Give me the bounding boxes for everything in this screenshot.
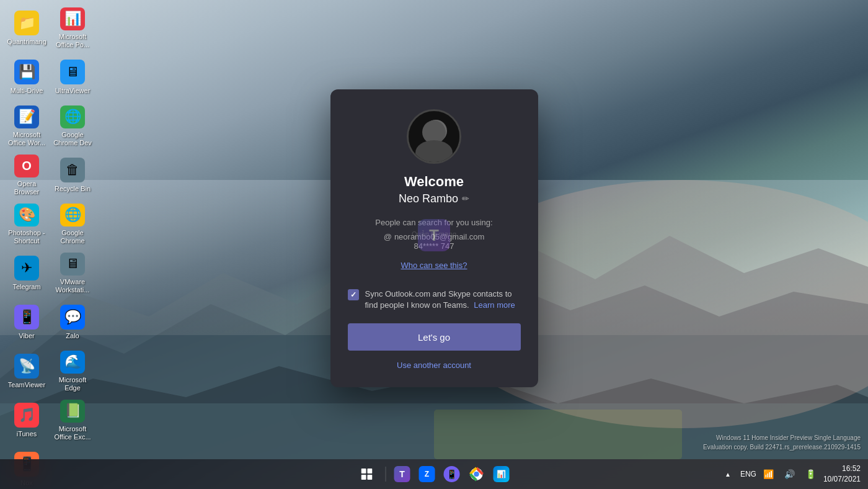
edit-name-icon[interactable]: ✏ xyxy=(462,194,469,204)
clock[interactable]: 16:52 10/07/2021 xyxy=(823,464,861,485)
taskbar-center: T Z 📱 xyxy=(356,463,513,485)
user-name-row: Neo Rambo ✏ xyxy=(399,192,469,205)
taskbar-zalo-icon[interactable]: Z xyxy=(416,463,438,485)
teams-icon-badge: T xyxy=(394,466,410,482)
wifi-icon[interactable]: 📶 xyxy=(760,465,777,483)
volume-icon[interactable]: 🔊 xyxy=(781,465,799,483)
tray-arrow-icon: ▲ xyxy=(725,471,731,478)
email-value: neorambo05@gmail.com xyxy=(394,232,484,241)
avatar xyxy=(409,111,459,162)
taskbar-divider xyxy=(386,467,386,482)
taskbar-teams-icon[interactable]: T xyxy=(391,463,414,485)
taskbar-right: ▲ ENG 📶 🔊 🔋 16:52 10/07/2021 xyxy=(719,464,868,485)
svg-point-11 xyxy=(432,135,442,142)
sync-checkbox[interactable] xyxy=(348,289,359,300)
lets-go-button[interactable]: Let's go xyxy=(348,323,521,351)
start-button[interactable] xyxy=(356,463,378,485)
svg-rect-14 xyxy=(361,475,366,480)
system-tray: ▲ ENG 📶 🔊 🔋 16:52 10/07/2021 xyxy=(719,464,861,485)
svg-rect-15 xyxy=(368,475,373,480)
viber-icon-badge: 📱 xyxy=(444,466,460,482)
sync-checkbox-row: Sync Outlook.com and Skype contacts to f… xyxy=(348,289,521,311)
teams2-icon-badge: 📊 xyxy=(494,466,510,482)
svg-rect-7 xyxy=(409,111,459,162)
taskbar-viber-icon[interactable]: 📱 xyxy=(441,463,463,485)
use-another-account-button[interactable]: Use another account xyxy=(397,361,471,370)
svg-point-9 xyxy=(420,146,452,162)
welcome-title: Welcome xyxy=(404,174,464,190)
svg-rect-12 xyxy=(361,469,366,473)
user-name: Neo Rambo xyxy=(399,192,458,205)
user-avatar-container xyxy=(407,109,461,164)
chrome-icon-svg xyxy=(469,467,484,482)
clock-time: 16:52 xyxy=(823,464,861,474)
svg-point-8 xyxy=(425,120,447,142)
taskbar: T Z 📱 xyxy=(0,459,868,489)
teams-welcome-dialog: Welcome Neo Rambo ✏ People can search fo… xyxy=(330,89,538,387)
language-indicator[interactable]: ENG xyxy=(740,470,756,478)
svg-point-10 xyxy=(426,121,446,141)
svg-point-18 xyxy=(474,472,479,477)
taskbar-teams2-icon[interactable]: 📊 xyxy=(490,463,513,485)
desktop: 📁 Quantrimang 📊 Microsoft Office Po... 💾… xyxy=(0,0,868,489)
contact-info: @ neorambo05@gmail.com 84***** 747 xyxy=(348,232,521,251)
svg-rect-13 xyxy=(368,469,373,473)
contact-email: @ neorambo05@gmail.com xyxy=(348,232,521,241)
dialog-overlay: Welcome Neo Rambo ✏ People can search fo… xyxy=(0,0,868,489)
sync-checkbox-text: Sync Outlook.com and Skype contacts to f… xyxy=(365,289,521,311)
contact-phone: 84***** 747 xyxy=(348,241,521,251)
taskbar-chrome-icon[interactable] xyxy=(466,463,488,485)
battery-icon[interactable]: 🔋 xyxy=(802,465,820,483)
zalo-icon-badge: Z xyxy=(419,466,435,482)
who-can-see-link[interactable]: Who can see this? xyxy=(401,261,467,270)
tray-hidden-icons[interactable]: ▲ xyxy=(719,465,737,483)
search-info-text: People can search for you using: xyxy=(348,218,521,227)
email-icon: @ xyxy=(384,232,392,241)
learn-more-link[interactable]: Learn more xyxy=(474,300,515,310)
clock-date: 10/07/2021 xyxy=(823,474,861,485)
